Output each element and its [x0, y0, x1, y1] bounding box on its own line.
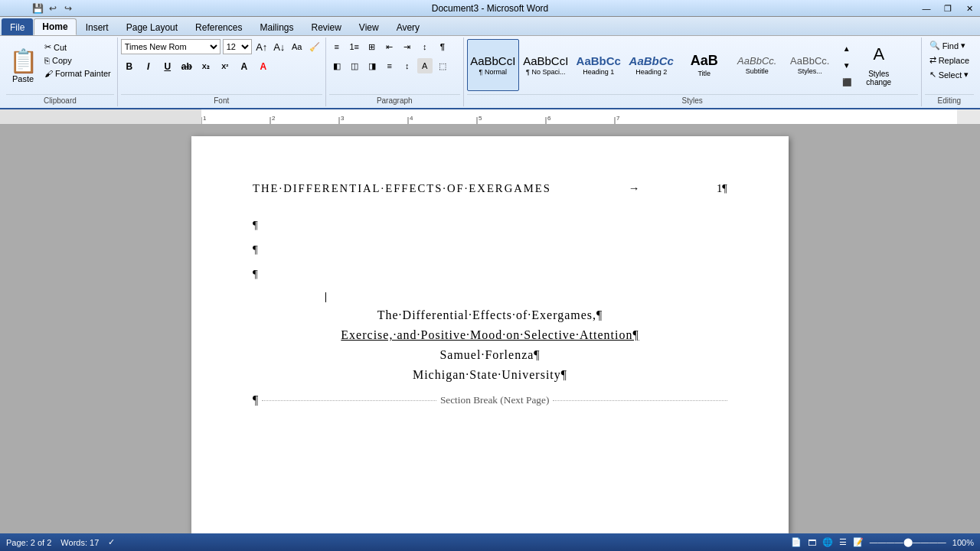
para-mark-3: ¶: [253, 267, 727, 281]
tab-view[interactable]: View: [351, 18, 387, 35]
paste-button[interactable]: 📋 Paste: [6, 39, 40, 94]
decrease-indent-button[interactable]: ⇤: [382, 39, 397, 54]
tab-mailings[interactable]: Mailings: [251, 18, 302, 35]
qa-save[interactable]: 💾: [31, 2, 44, 15]
replace-button[interactable]: ⇄ Replace: [925, 54, 974, 67]
doc-author-text: Samuel·Forlenza¶: [439, 348, 540, 361]
tab-insert[interactable]: Insert: [77, 18, 117, 35]
styles-scroll-up[interactable]: ▲: [839, 41, 854, 56]
change-case-button[interactable]: Aa: [289, 39, 305, 54]
document-body[interactable]: The·Differential·Effects·of·Exergames,¶ …: [253, 292, 727, 382]
header-text: THE·DIFFERENTIAL·EFFECTS·OF·EXERGAMES: [253, 182, 551, 195]
align-right-button[interactable]: ◨: [364, 58, 380, 73]
shrink-font-button[interactable]: A↓: [272, 39, 287, 54]
cut-button[interactable]: ✂ Cut: [41, 41, 114, 54]
select-arrow: ▾: [964, 70, 969, 80]
align-left-button[interactable]: ◧: [329, 58, 345, 73]
ruler: 1 2 3 4 5 6 7: [0, 109, 980, 125]
style-no-spacing[interactable]: AaBbCcI ¶ No Spaci...: [520, 39, 572, 91]
view-outline[interactable]: ☰: [839, 537, 847, 547]
numbering-button[interactable]: 1≡: [347, 39, 362, 54]
tab-file[interactable]: File: [2, 18, 33, 35]
style-heading1-preview: AaBbCc: [577, 54, 621, 68]
ribbon: 📋 Paste ✂ Cut ⎘ Copy 🖌 Format Painter Cl…: [0, 36, 980, 109]
format-painter-icon: 🖌: [44, 69, 53, 78]
view-print[interactable]: 📄: [791, 537, 802, 547]
change-styles-button[interactable]: A: [861, 39, 897, 70]
subscript-button[interactable]: X₂: [198, 58, 214, 75]
font-color-button[interactable]: A: [255, 58, 272, 75]
bullets-button[interactable]: ≡: [329, 39, 345, 54]
multilevel-list-button[interactable]: ⊞: [364, 39, 380, 54]
underline-button[interactable]: U: [159, 58, 176, 75]
strikethrough-button[interactable]: ab: [178, 58, 195, 75]
status-right: 📄 🗖 🌐 ☰ 📝 ————⬤———— 100%: [791, 537, 974, 547]
header-arrow: →: [629, 182, 640, 195]
styles-group-label: Styles: [467, 94, 918, 105]
font-row2: B I U ab X₂ X² A A: [121, 58, 272, 75]
text-cursor: [325, 292, 326, 302]
style-more-label: Styles...: [798, 67, 822, 75]
view-web[interactable]: 🌐: [822, 537, 833, 547]
page[interactable]: THE·DIFFERENTIAL·EFFECTS·OF·EXERGAMES → …: [191, 136, 789, 533]
style-heading2[interactable]: AaBbCc Heading 2: [626, 39, 678, 91]
shading-button[interactable]: A: [417, 58, 433, 73]
section-break-text: Section Break (Next Page): [440, 394, 550, 406]
styles-more-button[interactable]: ⬛: [839, 74, 854, 90]
tab-home[interactable]: Home: [34, 18, 76, 35]
show-hide-button[interactable]: ¶: [435, 39, 450, 54]
clear-format-button[interactable]: 🧹: [307, 39, 322, 54]
tab-references[interactable]: References: [187, 18, 250, 35]
font-size-select[interactable]: 12: [223, 39, 252, 54]
line-spacing-button[interactable]: ↕: [400, 58, 415, 73]
tab-page-layout[interactable]: Page Layout: [118, 18, 186, 35]
justify-button[interactable]: ≡: [382, 58, 397, 73]
paragraph-group-label: Paragraph: [329, 94, 460, 105]
font-group: Times New Rom 12 A↑ A↓ Aa 🧹 B I U ab X₂ …: [118, 37, 326, 106]
doc-title-line[interactable]: The·Differential·Effects·of·Exergames,¶: [253, 308, 727, 322]
clipboard-group: 📋 Paste ✂ Cut ⎘ Copy 🖌 Format Painter Cl…: [3, 37, 118, 106]
style-title[interactable]: AaB Title: [678, 39, 730, 91]
style-more[interactable]: AaBbCc. Styles...: [784, 39, 836, 91]
document-area[interactable]: THE·DIFFERENTIAL·EFFECTS·OF·EXERGAMES → …: [0, 125, 980, 533]
spell-check-icon[interactable]: ✓: [108, 537, 115, 547]
editing-content: 🔍 Find ▾ ⇄ Replace ↖ Select ▾: [925, 39, 974, 94]
style-no-spacing-preview: AaBbCcI: [523, 54, 568, 68]
bold-button[interactable]: B: [121, 58, 138, 75]
minimize-button[interactable]: —: [916, 0, 937, 17]
tab-avery[interactable]: Avery: [388, 18, 428, 35]
window-controls: — ❐ ✕: [916, 0, 980, 17]
style-heading2-preview: AaBbCc: [629, 54, 674, 68]
qa-undo[interactable]: ↩: [46, 2, 60, 15]
styles-scroll-down[interactable]: ▼: [839, 57, 854, 73]
italic-button[interactable]: I: [140, 58, 157, 75]
copy-button[interactable]: ⎘ Copy: [41, 54, 114, 67]
close-button[interactable]: ✕: [959, 0, 980, 17]
doc-institution-line[interactable]: Michigan·State·University¶: [253, 368, 727, 382]
view-draft[interactable]: 📝: [853, 537, 864, 547]
doc-subtitle-line[interactable]: Exercise,·and·Positive·Mood·on·Selective…: [253, 328, 727, 342]
align-center-button[interactable]: ◫: [347, 58, 362, 73]
increase-indent-button[interactable]: ⇥: [400, 39, 415, 54]
grow-font-button[interactable]: A↑: [254, 39, 270, 54]
find-button[interactable]: 🔍 Find ▾: [925, 39, 970, 52]
doc-subtitle-text: Exercise,·and·Positive·Mood·on·Selective…: [341, 328, 639, 341]
style-subtitle[interactable]: AaBbCc. Subtitle: [731, 39, 783, 91]
view-full[interactable]: 🗖: [808, 538, 816, 547]
style-heading1[interactable]: AaBbCc Heading 1: [573, 39, 625, 91]
zoom-slider[interactable]: ————⬤————: [870, 537, 946, 547]
style-normal[interactable]: AaBbCcI ¶ Normal: [467, 39, 519, 91]
doc-author-line[interactable]: Samuel·Forlenza¶: [253, 348, 727, 362]
select-button[interactable]: ↖ Select ▾: [925, 68, 974, 81]
superscript-button[interactable]: X²: [217, 58, 234, 75]
sort-button[interactable]: ↕: [417, 39, 433, 54]
text-highlight-button[interactable]: A: [236, 58, 253, 75]
format-painter-button[interactable]: 🖌 Format Painter: [41, 67, 114, 80]
section-break-para: ¶: [253, 393, 258, 407]
font-family-select[interactable]: Times New Rom: [121, 39, 220, 54]
qa-redo[interactable]: ↪: [61, 2, 75, 15]
borders-button[interactable]: ⬚: [435, 58, 450, 73]
tab-review[interactable]: Review: [302, 18, 349, 35]
restore-button[interactable]: ❐: [937, 0, 959, 17]
font-group-label: Font: [121, 94, 322, 105]
